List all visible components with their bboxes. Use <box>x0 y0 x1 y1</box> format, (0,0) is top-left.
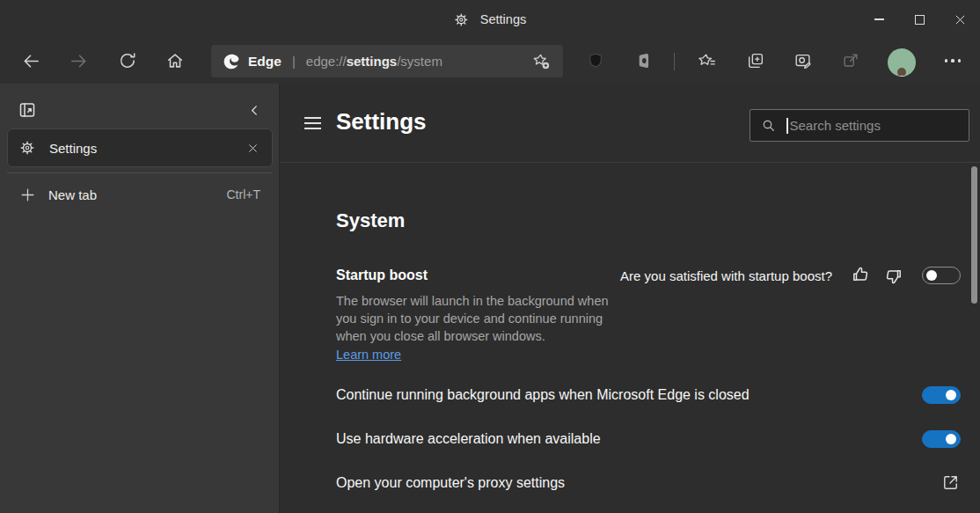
url-scheme: edge:// <box>306 54 347 69</box>
url-text: edge://settings/system <box>306 54 442 69</box>
settings-gear-icon <box>19 140 35 156</box>
new-tab-label: New tab <box>48 187 97 202</box>
feedback-question: Are you satisfied with startup boost? <box>620 268 832 283</box>
new-tab-shortcut: Ctrl+T <box>227 187 261 202</box>
startup-boost-description: The browser will launch in the backgroun… <box>336 292 611 363</box>
share-icon <box>841 51 860 70</box>
settings-search-box <box>750 109 969 142</box>
minimize-icon <box>874 18 884 19</box>
shield-icon <box>586 51 605 70</box>
open-proxy-settings-button[interactable] <box>936 468 964 496</box>
office-sidebar-button[interactable] <box>627 44 661 77</box>
sidebar-divider <box>7 172 273 173</box>
address-bar[interactable]: Edge | edge://settings/system <box>211 45 563 77</box>
close-icon <box>954 13 967 26</box>
browser-window: Settings Edge | edge:// <box>0 0 980 513</box>
hardware-acceleration-toggle[interactable] <box>922 430 961 448</box>
thumbs-down-icon <box>883 265 904 286</box>
url-path: /system <box>397 54 442 69</box>
vertical-tabs-sidebar: Settings New tab Ctrl+T <box>0 84 280 513</box>
office-icon <box>634 51 654 70</box>
url-host: settings <box>347 54 398 69</box>
back-button[interactable] <box>14 44 48 77</box>
tracking-prevention-button[interactable] <box>579 44 612 77</box>
hardware-acceleration-label: Use hardware acceleration when available <box>336 431 601 447</box>
tab-actions-menu-button[interactable] <box>12 95 42 125</box>
home-button[interactable] <box>158 44 192 77</box>
star-add-icon <box>532 52 551 70</box>
home-icon <box>165 51 185 70</box>
close-tab-button[interactable] <box>240 136 265 160</box>
navigation-toolbar: Edge | edge://settings/system <box>0 39 980 84</box>
startup-boost-toggle[interactable] <box>922 267 961 284</box>
settings-menu-button[interactable] <box>296 107 328 139</box>
minimize-button[interactable] <box>859 0 899 39</box>
ellipsis-icon <box>945 59 961 62</box>
forward-button[interactable] <box>62 44 95 77</box>
sidebar-tab-label: Settings <box>49 141 97 156</box>
toggle-knob <box>926 270 937 281</box>
refresh-icon <box>118 51 137 70</box>
web-capture-button[interactable] <box>786 44 820 77</box>
back-icon <box>21 51 41 71</box>
thumbs-up-icon <box>850 265 871 286</box>
active-tab-title: Settings <box>454 0 526 39</box>
close-button[interactable] <box>940 0 980 39</box>
forward-icon <box>69 51 89 71</box>
address-separator: | <box>292 54 296 69</box>
share-button[interactable] <box>834 44 867 77</box>
plus-icon <box>19 187 36 203</box>
edge-logo-icon <box>223 53 240 70</box>
refresh-button[interactable] <box>111 44 144 77</box>
startup-boost-title: Startup boost <box>336 267 428 283</box>
sidebar-tab-settings[interactable]: Settings <box>7 128 273 167</box>
collections-icon <box>746 51 765 70</box>
learn-more-link[interactable]: Learn more <box>336 346 401 363</box>
collapse-pane-button[interactable] <box>241 97 267 123</box>
scrollbar-thumb[interactable] <box>971 166 977 304</box>
favorites-star-icon <box>698 51 717 70</box>
hamburger-icon <box>304 117 321 119</box>
title-bar: Settings <box>0 0 980 39</box>
web-capture-icon <box>794 51 813 70</box>
favorites-button[interactable] <box>691 44 724 77</box>
new-tab-button[interactable]: New tab Ctrl+T <box>0 175 280 214</box>
background-apps-toggle[interactable] <box>922 386 961 404</box>
text-cursor <box>786 118 788 134</box>
add-favorite-button[interactable] <box>528 48 554 75</box>
proxy-settings-label: Open your computer's proxy settings <box>336 475 565 491</box>
settings-page: Settings System Startup boost The browse… <box>280 84 980 513</box>
maximize-button[interactable] <box>899 0 940 39</box>
chevron-left-icon <box>247 103 262 118</box>
toolbar-separator <box>674 53 675 70</box>
search-icon <box>761 118 777 134</box>
settings-search-input[interactable] <box>790 118 969 133</box>
profile-avatar[interactable] <box>888 48 916 77</box>
tab-actions-icon <box>17 99 38 121</box>
toggle-knob <box>946 390 956 400</box>
settings-header: Settings <box>280 84 980 163</box>
external-link-icon <box>940 473 961 493</box>
maximize-icon <box>915 15 925 25</box>
page-title: Settings <box>336 108 427 136</box>
background-apps-label: Continue running background apps when Mi… <box>336 387 750 403</box>
collections-button[interactable] <box>739 44 772 77</box>
window-controls <box>859 0 980 39</box>
startup-boost-description-text: The browser will launch in the backgroun… <box>336 294 609 343</box>
settings-gear-icon <box>454 12 469 27</box>
thumbs-up-button[interactable] <box>848 264 873 287</box>
section-title: System <box>336 209 405 232</box>
toggle-knob <box>946 434 956 444</box>
tab-title-text: Settings <box>480 12 526 26</box>
close-icon <box>247 143 259 154</box>
settings-and-more-button[interactable] <box>936 44 969 77</box>
startup-boost-feedback: Are you satisfied with startup boost? <box>620 265 961 286</box>
site-name: Edge <box>248 54 282 70</box>
thumbs-down-button[interactable] <box>881 264 906 287</box>
